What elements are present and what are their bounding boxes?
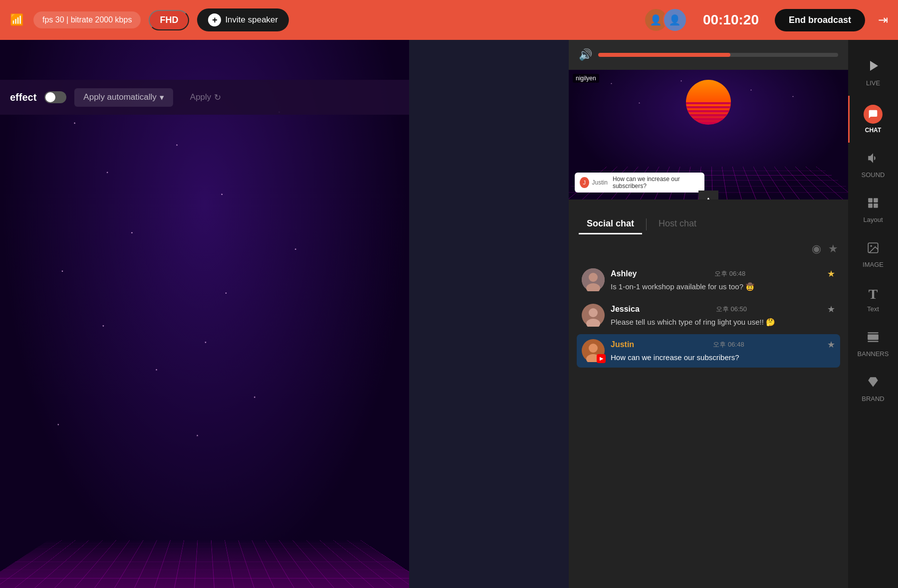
refresh-icon: ↻ [214,92,221,103]
sidebar-item-live[interactable]: LIVE [848,50,898,96]
dropdown-arrow-icon: ▾ [160,92,164,103]
stars-background [0,40,409,588]
svg-marker-9 [870,61,878,71]
broadcast-timer: 00:10:20 [703,12,759,28]
sidebar-item-text[interactable]: T Text [848,277,898,322]
sidebar-item-label: Layout [863,216,883,223]
svg-point-1 [589,273,598,282]
tab-social-chat[interactable]: Social chat [579,214,642,234]
right-sidebar: LIVE CHAT SOUND Layou [848,0,898,588]
live-icon [866,59,880,76]
canvas-area: effect Apply automatically ▾ Apply ↻ [0,40,409,588]
message-text: How can we increase our subscribers? [611,352,835,363]
chat-tabs: Social chat Host chat [569,209,848,239]
sidebar-item-layout[interactable]: Layout [848,188,898,232]
sidebar-item-brand[interactable]: BRAND [848,367,898,411]
sidebar-item-label: Text [867,305,879,313]
svg-rect-17 [868,332,879,333]
chat-actions-row: ◉ ★ [569,239,848,258]
top-bar: 📶 fps 30 | bitrate 2000 kbps FHD + Invit… [0,0,898,40]
volume-track[interactable] [598,53,838,57]
grid-floor [0,540,409,588]
svg-rect-16 [868,335,879,340]
message-time: 오후 06:48 [714,269,745,278]
end-broadcast-button[interactable]: End broadcast [775,9,865,31]
effect-label: effect [10,92,36,103]
sidebar-item-label: SOUND [862,171,885,179]
banners-icon [867,331,880,347]
message-content: Ashley 오후 06:48 ★ Is 1-on-1 workshop ava… [611,268,835,292]
table-row: Jessica 오후 06:50 ★ Please tell us which … [577,299,840,332]
collapse-preview-button[interactable]: ∧ [698,191,718,199]
apply-automatically-button[interactable]: Apply automatically ▾ [74,88,173,107]
svg-rect-12 [868,203,873,208]
fps-bitrate-badge: fps 30 | bitrate 2000 kbps [33,11,141,28]
svg-point-4 [589,308,598,317]
signal-icon: 📶 [10,13,23,26]
brand-icon [867,376,880,392]
svg-rect-13 [874,203,878,208]
volume-fill [598,53,730,57]
bubble-avatar: J [580,177,589,188]
text-icon: T [869,286,878,302]
bubble-user: Justin [592,179,608,186]
fhd-button[interactable]: FHD [149,10,189,30]
message-time: 오후 06:48 [713,340,744,349]
image-icon [867,241,880,258]
svg-rect-11 [874,198,878,202]
message-text: Is 1-on-1 workshop available for us too?… [611,281,835,292]
youtube-badge: ▶ [597,354,606,363]
apply-button[interactable]: Apply ↻ [181,88,230,107]
toggle-knob [45,92,55,102]
preview-star [611,83,612,84]
preview-sun-stripes [686,102,731,125]
avatar-group: 👤 👤 [644,8,687,32]
avatar [582,268,605,291]
message-time: 오후 06:50 [716,305,747,314]
message-header: Ashley 오후 06:48 ★ [611,268,835,279]
exit-icon[interactable]: ⇥ [878,13,888,27]
sidebar-item-label: BANNERS [858,350,889,358]
message-username: Ashley [611,269,637,278]
message-content: Justin 오후 06:48 ★ How can we increase ou… [611,339,835,363]
table-row: ▶ Justin 오후 06:48 ★ How can we increase … [577,334,840,368]
star-icon[interactable]: ★ [827,304,835,315]
preview-star [639,102,640,104]
svg-rect-18 [868,341,879,342]
message-header: Justin 오후 06:48 ★ [611,339,835,350]
preview-background: nigilyen J Justin How can we increase ou… [569,70,848,199]
preview-star [680,80,682,82]
sidebar-item-label: BRAND [862,395,885,402]
volume-icon[interactable]: 🔊 [579,48,592,61]
star-filter-icon[interactable]: ★ [828,242,838,255]
sidebar-item-label: IMAGE [863,261,884,268]
sidebar-item-chat[interactable]: CHAT [848,96,898,143]
bubble-text: How can we increase our subscribers? [613,176,699,190]
star-icon[interactable]: ★ [827,268,835,279]
table-row: Ashley 오후 06:48 ★ Is 1-on-1 workshop ava… [577,263,840,297]
preview-sun [686,80,731,125]
plus-icon: + [208,13,221,26]
preview-box: nigilyen J Justin How can we increase ou… [569,70,848,199]
chat-panel: 🔊 nigilyen J [569,40,848,588]
hide-icon[interactable]: ◉ [812,242,821,255]
effect-toggle[interactable] [44,91,66,103]
volume-bar-row: 🔊 [569,40,848,70]
avatar: ▶ [582,339,605,362]
toolbar-strip: effect Apply automatically ▾ Apply ↻ [0,80,409,115]
sidebar-item-label: CHAT [865,127,881,134]
tab-host-chat[interactable]: Host chat [651,214,704,234]
preview-star [750,89,752,91]
svg-point-7 [589,344,598,353]
messages-list: Ashley 오후 06:48 ★ Is 1-on-1 workshop ava… [569,258,848,588]
message-username: Justin [611,340,634,349]
message-username: Jessica [611,305,640,314]
star-icon[interactable]: ★ [827,339,835,350]
invite-speaker-button[interactable]: + Invite speaker [197,8,289,31]
sidebar-item-image[interactable]: IMAGE [848,232,898,277]
sidebar-item-sound[interactable]: SOUND [848,143,898,188]
layout-icon [867,196,880,213]
preview-label: nigilyen [573,74,599,83]
sidebar-item-banners[interactable]: BANNERS [848,322,898,367]
avatar [582,304,605,327]
